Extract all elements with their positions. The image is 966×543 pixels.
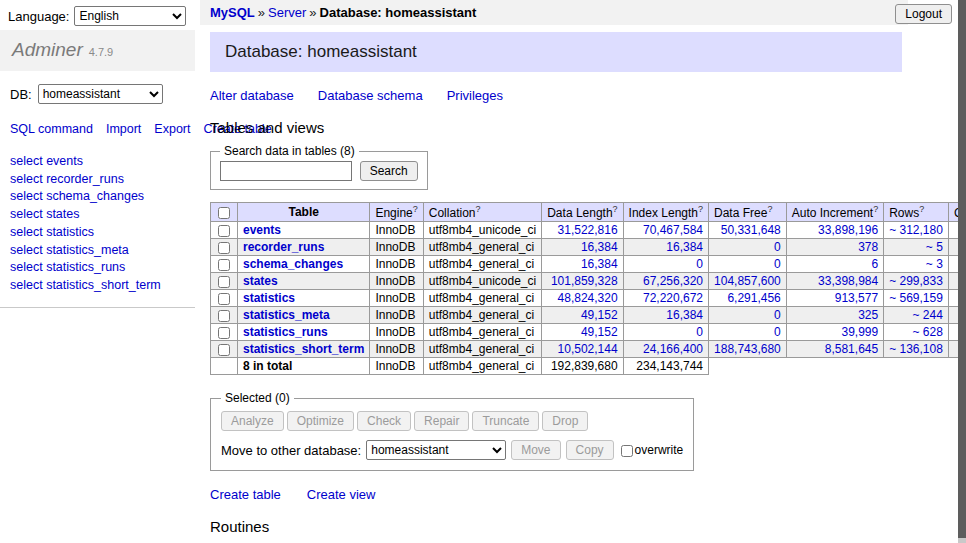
move-button[interactable]: Move <box>511 440 560 460</box>
table-name-link[interactable]: statistics_short_term <box>243 342 364 356</box>
index-length-link[interactable]: 67,256,320 <box>643 274 703 288</box>
table-name-link[interactable]: events <box>243 223 281 237</box>
rows-count-link[interactable]: ~ 628 <box>913 325 943 339</box>
table-name-link[interactable]: statistics_runs <box>243 325 328 339</box>
table-name-link[interactable]: recorder_runs <box>243 240 324 254</box>
search-input[interactable] <box>220 161 352 181</box>
help-link[interactable]: ? <box>873 204 878 214</box>
row-select-checkbox[interactable] <box>218 259 230 271</box>
data-length-link[interactable]: 31,522,816 <box>558 223 618 237</box>
data-length-link[interactable]: 16,384 <box>581 240 618 254</box>
auto-increment-link[interactable]: 8,581,645 <box>825 342 878 356</box>
row-select-checkbox[interactable] <box>218 344 230 356</box>
selected-action-button[interactable]: Check <box>357 411 411 431</box>
help-link[interactable]: ? <box>413 204 418 214</box>
help-link[interactable]: ? <box>475 204 480 214</box>
help-link[interactable]: ? <box>767 204 772 214</box>
db-select[interactable]: homeassistant <box>38 84 163 104</box>
rows-count-link[interactable]: ~ 299,833 <box>889 274 943 288</box>
select-all-checkbox[interactable] <box>218 207 230 219</box>
create-link[interactable]: Create view <box>307 487 376 502</box>
auto-increment-link[interactable]: 39,999 <box>841 325 878 339</box>
selected-action-button[interactable]: Analyze <box>221 411 284 431</box>
data-length-link[interactable]: 101,859,328 <box>551 274 618 288</box>
rows-count-link[interactable]: ~ 5 <box>926 240 943 254</box>
help-link[interactable]: ? <box>919 204 924 214</box>
data-free-link[interactable]: 0 <box>774 240 781 254</box>
data-length-link[interactable]: 49,152 <box>581 325 618 339</box>
selected-action-button[interactable]: Drop <box>542 411 588 431</box>
sidebar-table-link[interactable]: select statistics <box>10 224 185 242</box>
index-length-link[interactable]: 16,384 <box>666 308 703 322</box>
table-name-link[interactable]: statistics_meta <box>243 308 330 322</box>
auto-increment-link[interactable]: 6 <box>871 257 878 271</box>
selected-action-button[interactable]: Repair <box>414 411 469 431</box>
vertical-scrollbar[interactable] <box>958 0 966 543</box>
overwrite-checkbox[interactable] <box>621 445 633 457</box>
database-action-link[interactable]: Privileges <box>447 88 503 103</box>
rows-count-link[interactable]: ~ 244 <box>913 308 943 322</box>
data-length-link[interactable]: 16,384 <box>581 257 618 271</box>
engine-cell: InnoDB <box>370 239 423 256</box>
auto-increment-link[interactable]: 325 <box>858 308 878 322</box>
help-link[interactable]: ? <box>698 204 703 214</box>
sidebar-table-link[interactable]: select statistics_runs <box>10 259 185 277</box>
search-button[interactable]: Search <box>360 161 418 181</box>
data-free-link[interactable]: 6,291,456 <box>727 291 780 305</box>
row-select-checkbox[interactable] <box>218 327 230 339</box>
data-free-link[interactable]: 50,331,648 <box>721 223 781 237</box>
breadcrumb-mysql-link[interactable]: MySQL <box>210 5 255 20</box>
sidebar-table-link[interactable]: select schema_changes <box>10 188 185 206</box>
scrollbar-thumb[interactable] <box>958 0 966 538</box>
database-action-link[interactable]: Alter database <box>210 88 294 103</box>
data-free-link[interactable]: 188,743,680 <box>714 342 781 356</box>
copy-button[interactable]: Copy <box>566 440 614 460</box>
data-free-link[interactable]: 0 <box>774 325 781 339</box>
data-free-link[interactable]: 104,857,600 <box>714 274 781 288</box>
data-free-link[interactable]: 0 <box>774 257 781 271</box>
index-length-link[interactable]: 24,166,400 <box>643 342 703 356</box>
rows-count-link[interactable]: ~ 312,180 <box>889 223 943 237</box>
auto-increment-link[interactable]: 33,398,984 <box>818 274 878 288</box>
move-database-select[interactable]: homeassistant <box>366 440 506 460</box>
auto-increment-link[interactable]: 33,898,196 <box>818 223 878 237</box>
data-free-link[interactable]: 0 <box>774 308 781 322</box>
data-length-link[interactable]: 49,152 <box>581 308 618 322</box>
row-select-checkbox[interactable] <box>218 225 230 237</box>
row-select-checkbox[interactable] <box>218 242 230 254</box>
row-select-checkbox[interactable] <box>218 276 230 288</box>
data-length-link[interactable]: 10,502,144 <box>558 342 618 356</box>
help-link[interactable]: ? <box>613 204 618 214</box>
auto-increment-link[interactable]: 378 <box>858 240 878 254</box>
table-name-link[interactable]: states <box>243 274 278 288</box>
sidebar-table-link[interactable]: select statistics_meta <box>10 242 185 260</box>
data-length-link[interactable]: 48,824,320 <box>558 291 618 305</box>
auto-increment-link[interactable]: 913,577 <box>835 291 878 305</box>
logout-button[interactable]: Logout <box>895 4 952 24</box>
sidebar-table-link[interactable]: select recorder_runs <box>10 171 185 189</box>
sidebar-table-link[interactable]: select events <box>10 153 185 171</box>
language-select[interactable]: English <box>74 6 186 26</box>
sidebar-action-link[interactable]: Import <box>106 122 141 136</box>
rows-count-link[interactable]: ~ 136,108 <box>889 342 943 356</box>
table-name-link[interactable]: schema_changes <box>243 257 343 271</box>
rows-count-link[interactable]: ~ 569,159 <box>889 291 943 305</box>
index-length-link[interactable]: 0 <box>696 325 703 339</box>
selected-action-button[interactable]: Optimize <box>287 411 354 431</box>
row-select-checkbox[interactable] <box>218 293 230 305</box>
index-length-link[interactable]: 72,220,672 <box>643 291 703 305</box>
sidebar-action-link[interactable]: Export <box>154 122 190 136</box>
index-length-link[interactable]: 70,467,584 <box>643 223 703 237</box>
row-select-checkbox[interactable] <box>218 310 230 322</box>
table-name-link[interactable]: statistics <box>243 291 295 305</box>
sidebar-table-link[interactable]: select statistics_short_term <box>10 277 185 295</box>
index-length-link[interactable]: 16,384 <box>666 240 703 254</box>
sidebar-table-link[interactable]: select states <box>10 206 185 224</box>
create-link[interactable]: Create table <box>210 487 281 502</box>
index-length-link[interactable]: 0 <box>696 257 703 271</box>
rows-count-link[interactable]: ~ 3 <box>926 257 943 271</box>
database-action-link[interactable]: Database schema <box>318 88 423 103</box>
sidebar-action-link[interactable]: SQL command <box>10 122 93 136</box>
breadcrumb-server-link[interactable]: Server <box>268 5 306 20</box>
selected-action-button[interactable]: Truncate <box>472 411 539 431</box>
